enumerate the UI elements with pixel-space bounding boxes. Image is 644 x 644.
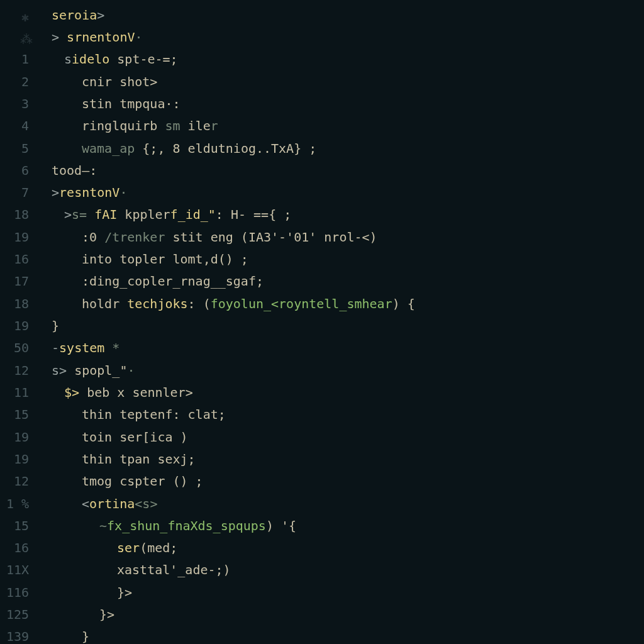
code-line[interactable]: :0 /trenker stit eng (IA3'-'01' nrol-<) — [47, 226, 644, 248]
token-ident: :ding_copler_rnag__sgaf; — [82, 275, 264, 287]
token-ident: thin tpan sexj; — [82, 453, 196, 465]
token-ident: ringlquirb — [82, 119, 165, 132]
code-line[interactable]: wama_ap {;, 8 eldutniog..TxA} ; — [47, 137, 644, 159]
line-number: 116 — [0, 581, 29, 603]
code-line[interactable]: tmog cspter () ; — [47, 470, 644, 492]
line-number: 15 — [0, 404, 29, 426]
line-number: 1 % — [0, 492, 29, 514]
code-line[interactable]: > srnentonV · — [47, 26, 644, 48]
code-line[interactable]: holdr techjoks : ( foyolun_<royntell_smh… — [47, 292, 644, 314]
line-number: 2 — [0, 70, 29, 92]
code-line[interactable]: }> — [47, 603, 644, 625]
token-func: fx_shun_fnaXds_spqups — [107, 519, 266, 532]
token-punct: > — [64, 208, 72, 221]
token-ident: : H- =={ ; — [216, 208, 291, 221]
token-ident: } — [52, 319, 59, 332]
token-ident: sm — [165, 119, 180, 132]
token-keyword: seroia — [52, 9, 97, 21]
code-line[interactable]: tood—: — [47, 159, 644, 181]
line-number: 19 — [0, 426, 29, 448]
code-line[interactable]: thin tpan sexj; — [47, 448, 644, 470]
token-keyword: srnentonV — [67, 31, 135, 43]
code-line[interactable]: into topler lomt,d() ; — [47, 248, 644, 270]
token-ident: into topler lomt,d() ; — [82, 253, 248, 265]
token-ident: ) { — [392, 297, 415, 310]
line-number: 15 — [0, 514, 29, 536]
code-line[interactable]: thin teptenf: clat; — [47, 404, 644, 426]
token-ident: :0 — [82, 231, 104, 243]
token-keyword: $> — [64, 386, 79, 399]
token-ident: thin teptenf: clat; — [82, 408, 226, 421]
token-ident: ile — [180, 119, 211, 132]
token-ident: wama_ap — [82, 142, 142, 155]
token-punct: <s> — [135, 497, 157, 510]
code-line[interactable]: s idelo spt-e-=; — [47, 48, 644, 70]
token-keyword: idelo — [72, 53, 109, 65]
code-line[interactable]: seroia > — [47, 4, 644, 26]
token-ident: r — [211, 119, 218, 132]
line-number: 18 — [0, 292, 29, 314]
line-number-gutter: ✱ ⁂ 1 2 3 4 5 6 7 18 19 16 17 18 19 50 1… — [0, 4, 35, 644]
line-number: 17 — [0, 270, 29, 292]
line-number: 11 — [0, 381, 29, 403]
line-number: 6 — [0, 159, 29, 181]
code-line[interactable]: ~ fx_shun_fnaXds_spqups ) '{ — [47, 514, 644, 536]
line-number: 12 — [0, 470, 29, 492]
code-line[interactable]: > resntonV · — [47, 182, 644, 204]
token-ident: : ( — [188, 297, 211, 310]
token-ident: tmog cspter () ; — [82, 475, 203, 487]
line-number: 12 — [0, 359, 29, 381]
code-line[interactable]: > s= fAI kppler f_id_" : H- =={ ; — [47, 204, 644, 226]
code-line[interactable]: } — [47, 314, 644, 336]
gutter-marker-icon: ✱ — [20, 11, 29, 19]
code-line[interactable]: s> spopl_" · — [47, 359, 644, 381]
token-ident: stit eng (IA3'-'01' nrol-<) — [165, 231, 377, 243]
code-line[interactable]: :ding_copler_rnag__sgaf; — [47, 270, 644, 292]
code-line[interactable]: xasttal'_ade-;) — [47, 559, 644, 581]
code-line[interactable]: < ortina <s> — [47, 492, 644, 514]
line-number: 18 — [0, 204, 29, 226]
code-line[interactable]: - system * — [47, 337, 644, 359]
code-line[interactable]: cnir shot> — [47, 70, 644, 92]
token-punct: > — [52, 186, 59, 199]
code-line[interactable]: } — [47, 626, 644, 644]
token-keyword: resntonV — [59, 186, 119, 199]
code-line[interactable]: ringlquirb sm ile r — [47, 115, 644, 137]
token-ident: }> — [99, 608, 114, 621]
line-number: 139 — [0, 626, 29, 644]
token-ident: xasttal'_ade-;) — [117, 564, 231, 576]
line-number: 19 — [0, 226, 29, 248]
token-punct: ~ — [99, 519, 107, 532]
token-ident: (med; — [140, 541, 177, 554]
code-line[interactable]: toin ser[ica ) — [47, 426, 644, 448]
code-line[interactable]: }> — [47, 581, 644, 603]
token-ident: spt-e-=; — [109, 53, 177, 65]
token-punct: - — [52, 341, 59, 354]
token-punct: · — [127, 364, 135, 377]
token-ident: tood—: — [52, 164, 97, 177]
line-number: 4 — [0, 115, 29, 137]
token-func: foyolun_<royntell_smhear — [211, 297, 392, 310]
code-line[interactable]: ser (med; — [47, 537, 644, 559]
line-number: 50 — [0, 337, 29, 359]
line-number: 125 — [0, 603, 29, 625]
gutter-marker-icon: ⁂ — [20, 33, 29, 42]
token-keyword: system — [59, 341, 104, 354]
code-line[interactable]: stin tmpqua·: — [47, 92, 644, 114]
code-line[interactable]: $> beb x sennler> — [47, 381, 644, 403]
line-number: 16 — [0, 537, 29, 559]
token-keyword: techjoks — [127, 297, 187, 310]
token-number: 8 — [173, 142, 180, 155]
token-ident: kppler — [117, 208, 170, 221]
token-ident — [59, 31, 67, 43]
token-ident: beb x sennler> — [79, 386, 193, 399]
line-number: 7 — [0, 182, 29, 204]
token-ident: s= — [72, 208, 94, 221]
line-number: 5 — [0, 137, 29, 159]
token-ident: {;, — [142, 142, 172, 155]
code-area[interactable]: seroia > > srnentonV · s idelo spt-e-=; … — [35, 4, 644, 644]
code-editor[interactable]: ✱ ⁂ 1 2 3 4 5 6 7 18 19 16 17 18 19 50 1… — [0, 0, 644, 644]
token-punct: > — [52, 31, 59, 43]
token-ident: stin tmpqua·: — [82, 97, 180, 110]
line-number: 11X — [0, 559, 29, 581]
